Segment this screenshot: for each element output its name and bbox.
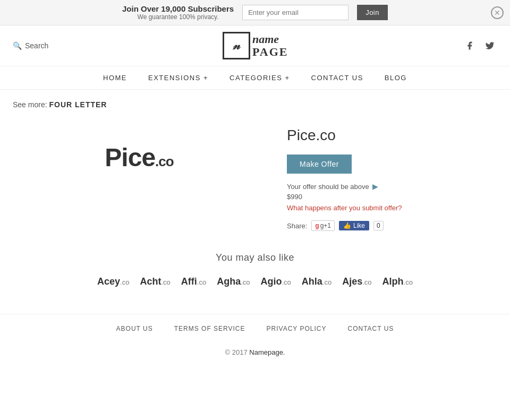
footer-privacy[interactable]: PRIVACY POLICY: [267, 325, 327, 332]
footer-terms[interactable]: TERMS OF SERVICE: [174, 325, 245, 332]
see-more-label: See more:: [13, 100, 47, 109]
nav-contact[interactable]: CONTACT US: [311, 74, 363, 82]
fb-like-label: Like: [353, 222, 365, 229]
offer-price: $990: [287, 193, 497, 201]
breadcrumb: See more: FOUR LETTER: [13, 100, 497, 109]
nav-extensions[interactable]: EXTENSIONS +: [148, 74, 208, 82]
offer-arrow-icon: ▶: [372, 182, 378, 191]
footer-brand-link[interactable]: Namepage.: [249, 348, 285, 356]
facebook-icon[interactable]: [462, 38, 477, 53]
banner-main-text: Join Over 19,000 Subscribers: [122, 4, 234, 13]
search-area[interactable]: 🔍 Search: [13, 41, 48, 50]
header: 🔍 Search 𝓃 name PAGE: [0, 25, 510, 66]
list-item[interactable]: Ajes.co: [342, 276, 371, 287]
logo-name: name: [252, 33, 288, 46]
offer-note: Your offer should be above ▶: [287, 182, 497, 191]
footer-links: ABOUT US TERMS OF SERVICE PRIVACY POLICY…: [0, 314, 510, 343]
nav-home[interactable]: HOME: [103, 74, 127, 82]
social-icons: [462, 38, 497, 53]
footer-about[interactable]: ABOUT US: [116, 325, 153, 332]
list-item[interactable]: Ahla.co: [302, 276, 332, 287]
close-banner-button[interactable]: ✕: [491, 6, 504, 19]
also-like-section: You may also like Acey.co Acht.co Affi.c…: [13, 252, 497, 287]
gplus-label: g+1: [320, 222, 331, 229]
search-label: Search: [25, 41, 48, 50]
search-icon: 🔍: [13, 41, 22, 50]
facebook-like-button[interactable]: 👍 Like: [339, 221, 369, 230]
make-offer-button[interactable]: Make Offer: [287, 155, 352, 174]
gplus-icon: g: [315, 222, 319, 229]
logo-letter: 𝓃: [233, 39, 240, 53]
list-item[interactable]: Affi.co: [181, 276, 206, 287]
what-happens-link[interactable]: What happens after you submit offer?: [287, 204, 497, 212]
list-item[interactable]: Acht.co: [140, 276, 170, 287]
main-content: See more: FOUR LETTER Pice.co Pice.co Ma…: [0, 90, 510, 314]
top-banner: Join Over 19,000 Subscribers We guarante…: [0, 0, 510, 25]
copyright-year: © 2017: [225, 348, 248, 356]
email-input[interactable]: [242, 5, 348, 20]
twitter-icon[interactable]: [482, 38, 497, 53]
domain-list: Acey.co Acht.co Affi.co Agha.co Agio.co …: [13, 276, 497, 287]
breadcrumb-link[interactable]: FOUR LETTER: [49, 100, 107, 109]
domain-info: Pice.co Make Offer Your offer should be …: [287, 122, 497, 231]
footer-contact[interactable]: CONTACT US: [347, 325, 394, 332]
banner-sub-text: We guarantee 100% privacy.: [122, 13, 234, 21]
domain-logo-area: Pice.co: [13, 122, 266, 193]
fb-thumb-icon: 👍: [343, 222, 351, 229]
list-item[interactable]: Acey.co: [97, 276, 129, 287]
banner-text: Join Over 19,000 Subscribers We guarante…: [122, 4, 234, 21]
footer-copyright: © 2017 Namepage.: [0, 343, 510, 367]
domain-section: Pice.co Pice.co Make Offer Your offer sh…: [13, 122, 497, 231]
google-plus-button[interactable]: g g+1: [311, 220, 335, 231]
share-row: Share: g g+1 👍 Like 0: [287, 220, 497, 231]
list-item[interactable]: Agha.co: [217, 276, 250, 287]
domain-title: Pice.co: [287, 127, 497, 144]
join-button[interactable]: Join: [357, 5, 388, 20]
fb-like-count: 0: [373, 221, 384, 230]
list-item[interactable]: Alph.co: [382, 276, 413, 287]
list-item[interactable]: Agio.co: [260, 276, 291, 287]
main-nav: HOME EXTENSIONS + CATEGORIES + CONTACT U…: [0, 66, 510, 90]
logo[interactable]: 𝓃 name PAGE: [223, 32, 288, 59]
domain-logo-display: Pice.co: [105, 143, 173, 172]
logo-box: 𝓃: [223, 32, 250, 59]
share-label: Share:: [287, 222, 307, 230]
nav-categories[interactable]: CATEGORIES +: [230, 74, 290, 82]
nav-blog[interactable]: BLOG: [385, 74, 407, 82]
logo-page: PAGE: [252, 46, 288, 58]
also-like-title: You may also like: [13, 252, 497, 263]
offer-note-text: Your offer should be above: [287, 183, 369, 191]
